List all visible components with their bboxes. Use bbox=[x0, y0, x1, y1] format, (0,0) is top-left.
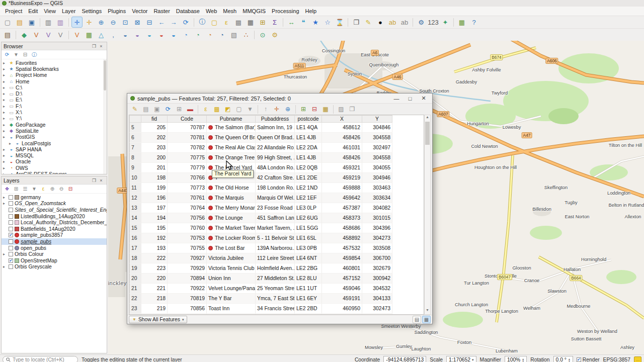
postcode-cell[interactable]: LE3 0LP bbox=[295, 203, 322, 213]
layer-checkbox[interactable] bbox=[9, 252, 13, 256]
x-cell[interactable]: 459046 bbox=[322, 284, 362, 294]
x-cell[interactable]: 461031 bbox=[322, 143, 362, 153]
attribute-window-title-bar[interactable]: sample_pubs — Features Total: 257, Filte… bbox=[127, 94, 432, 104]
y-cell[interactable]: 303508 bbox=[362, 243, 392, 253]
pubname-cell[interactable]: The Market Tavern bbox=[207, 223, 256, 233]
expand-arrow-icon[interactable]: ▸ bbox=[3, 264, 7, 269]
postcode-cell[interactable]: LE1 2DE bbox=[295, 173, 322, 183]
pubname-cell[interactable]: The Marquis bbox=[207, 193, 256, 203]
pubaddress-cell[interactable]: 27 Middleton St... bbox=[256, 274, 295, 284]
postcode-cell[interactable]: LE1 1UT bbox=[295, 284, 322, 294]
y-cell[interactable]: 304558 bbox=[362, 133, 392, 143]
pubname-cell[interactable]: The Salmon (Bar) bbox=[207, 123, 256, 133]
postcode-cell[interactable]: LE4 6NT bbox=[295, 253, 322, 263]
menu-database[interactable]: Database bbox=[173, 8, 203, 15]
menu-raster[interactable]: Raster bbox=[150, 8, 173, 15]
x-cell[interactable]: 458892 bbox=[322, 233, 362, 243]
x-cell[interactable]: 458426 bbox=[322, 153, 362, 163]
add-feature-icon[interactable]: ⊞ bbox=[174, 105, 184, 114]
new-shapefile-layer-icon[interactable]: V bbox=[31, 29, 42, 40]
save-edits-icon[interactable]: ▣ bbox=[152, 105, 162, 114]
expand-arrow-icon[interactable]: ▸ bbox=[9, 141, 13, 146]
x-cell[interactable]: 458426 bbox=[322, 133, 362, 143]
add-oracle-layer-icon[interactable]: ◒ bbox=[156, 29, 167, 40]
pubname-cell[interactable]: Velvet Lounge/Panache bbox=[207, 284, 256, 294]
pubaddress-cell[interactable]: 23 Fosse Road S... bbox=[256, 203, 295, 213]
coordinate-input[interactable]: -94124,6895713 bbox=[383, 356, 426, 362]
scroll-up-icon[interactable]: ▲ bbox=[425, 115, 430, 121]
pubaddress-cell[interactable]: 451 Saffron Lan... bbox=[256, 213, 295, 223]
menu-view[interactable]: View bbox=[41, 8, 59, 15]
postcode-cell[interactable]: LE2 1ND bbox=[295, 183, 322, 193]
new-map-view-icon[interactable]: ❐ bbox=[351, 17, 362, 28]
y-cell[interactable]: 306700 bbox=[362, 253, 392, 263]
pubaddress-cell[interactable]: 99 High Street, ... bbox=[256, 153, 295, 163]
browser-item-localpostgis[interactable]: ▸◒LocalPostgis bbox=[2, 140, 107, 146]
table-row[interactable]: 1319770764The Merry Monarch23 Fosse Road… bbox=[130, 203, 392, 213]
toggle-table-view-icon[interactable]: ▦ bbox=[422, 316, 431, 323]
dock-table-icon[interactable]: ❐ bbox=[347, 105, 357, 114]
y-cell[interactable]: 303634 bbox=[362, 193, 392, 203]
zoom-last-icon[interactable]: ← bbox=[156, 17, 167, 28]
collapse-all-icon[interactable]: ⊖ bbox=[57, 185, 65, 193]
postcode-cell[interactable]: LE2 0QB bbox=[295, 163, 322, 173]
invert-selection-icon[interactable]: ◩ bbox=[223, 105, 233, 114]
browser-refresh-icon[interactable]: ⟳ bbox=[3, 51, 11, 59]
browser-item-postgis[interactable]: ▸◒PostGIS bbox=[2, 134, 107, 140]
y-cell[interactable]: 302497 bbox=[362, 143, 392, 153]
magnifier-spinbox[interactable]: 100%▲▼ bbox=[505, 356, 527, 362]
column-header-y[interactable]: Y bbox=[362, 116, 392, 123]
pubname-cell[interactable]: The Old Horse bbox=[207, 183, 256, 193]
postcode-cell[interactable]: LE2 2DA bbox=[295, 143, 322, 153]
layer-item-openstreetmap[interactable]: ✔OpenStreetMap bbox=[2, 257, 107, 264]
postcode-cell[interactable]: LE1 5GG bbox=[295, 223, 322, 233]
zoom-full-icon[interactable]: ⊡ bbox=[120, 17, 131, 28]
browser-item-y[interactable]: ▸▭Y:\ bbox=[2, 116, 107, 122]
table-vertical-scrollbar[interactable]: ▲ ▼ bbox=[424, 115, 431, 315]
open-attribute-table-icon[interactable]: ▦ bbox=[245, 17, 256, 28]
pan-to-selection-icon[interactable]: ✛ bbox=[84, 17, 95, 28]
add-arcgis-rest-layer-icon[interactable]: ◔ bbox=[216, 29, 227, 40]
pubaddress-cell[interactable]: 198 London Ro... bbox=[256, 183, 295, 193]
layers-close-icon[interactable]: × bbox=[98, 178, 105, 183]
zoom-to-selected-icon[interactable]: ⊕ bbox=[283, 105, 293, 114]
postcode-cell[interactable]: LE2 8LU bbox=[295, 274, 322, 284]
add-wms-layer-icon[interactable]: ◔ bbox=[180, 29, 191, 40]
x-cell[interactable]: 459888 bbox=[322, 183, 362, 193]
add-vector-tile-layer-icon[interactable]: ▧ bbox=[228, 29, 239, 40]
table-row[interactable]: 2221870819The Y BarYmca, 7 East Str...LE… bbox=[130, 294, 392, 304]
browser-close-icon[interactable]: × bbox=[98, 44, 105, 49]
identify-features-icon[interactable]: ⓘ bbox=[197, 17, 208, 28]
zoom-in-icon[interactable]: ⊕ bbox=[96, 17, 107, 28]
column-header-code[interactable]: Code bbox=[168, 116, 207, 123]
processing-toolbox-icon[interactable]: ⚙ bbox=[416, 17, 427, 28]
delete-field-icon[interactable]: ⊟ bbox=[309, 105, 319, 114]
expand-arrow-icon[interactable]: ▸ bbox=[3, 135, 7, 139]
table-row[interactable]: 2321970856Toast Inn34 Francis Stree...LE… bbox=[130, 304, 392, 314]
pubaddress-cell[interactable]: 34 Francis Stree... bbox=[256, 304, 295, 314]
browser-scrollbar-thumb[interactable] bbox=[104, 60, 106, 90]
show-bookmarks-icon[interactable]: ☆ bbox=[322, 17, 333, 28]
toggle-editing-icon[interactable]: ✎ bbox=[130, 105, 140, 114]
layer-item-open-pubs[interactable]: open_pubs bbox=[2, 245, 107, 251]
pubaddress-cell[interactable]: Queen Of Brad... bbox=[256, 133, 295, 143]
layer-checkbox[interactable] bbox=[9, 239, 13, 244]
postcode-cell[interactable]: LE2 6UG bbox=[295, 213, 322, 223]
open-project-icon[interactable]: ▤ bbox=[14, 17, 25, 28]
add-mssql-layer-icon[interactable]: ◒ bbox=[144, 29, 155, 40]
browser-filter-icon[interactable]: ▼ bbox=[12, 51, 20, 59]
new-geopackage-layer-icon[interactable]: ◆ bbox=[19, 29, 30, 40]
y-cell[interactable]: 302473 bbox=[362, 304, 392, 314]
table-row[interactable]: 820070775The Orange Tree99 High Street, … bbox=[130, 153, 392, 163]
browser-item-f[interactable]: ▸▭F:\ bbox=[2, 103, 107, 109]
y-cell[interactable]: 304946 bbox=[362, 173, 392, 183]
pubname-cell[interactable]: The Lounge bbox=[207, 213, 256, 223]
postcode-cell[interactable]: LE1 4JB bbox=[295, 133, 322, 143]
table-row[interactable]: 1119970773The Old Horse198 London Ro...L… bbox=[130, 183, 392, 193]
browser-collapse-all-icon[interactable]: ⊟ bbox=[21, 51, 29, 59]
expand-arrow-icon[interactable]: ▸ bbox=[3, 92, 7, 96]
field-calculator-icon[interactable]: ⊞ bbox=[257, 17, 268, 28]
pubname-cell[interactable]: The Merry Monarch bbox=[207, 203, 256, 213]
label-toolbar-icon[interactable]: ab bbox=[387, 17, 398, 28]
browser-item-geopackage[interactable]: ▸◆GeoPackage bbox=[2, 122, 107, 128]
